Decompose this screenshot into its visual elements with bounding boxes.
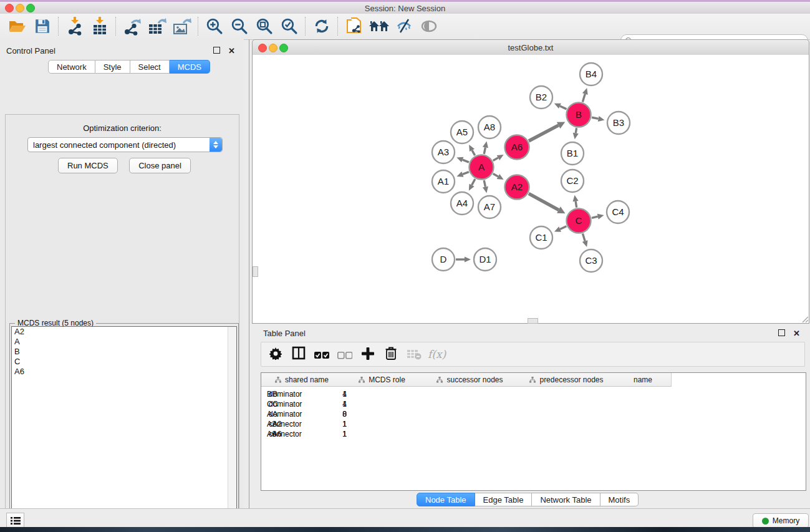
graph-edge-D-D1[interactable] bbox=[456, 256, 471, 262]
graph-node-A7[interactable]: A7 bbox=[478, 196, 501, 218]
tab-network-table[interactable]: Network Table bbox=[532, 493, 600, 506]
network-window-titlebar[interactable]: testGlobe.txt bbox=[252, 39, 809, 56]
graph-edge-A6-B[interactable] bbox=[529, 122, 565, 141]
mcds-result-item[interactable]: A bbox=[12, 337, 236, 347]
column-selector-icon[interactable] bbox=[289, 344, 308, 362]
export-network-icon[interactable] bbox=[120, 16, 145, 37]
graph-node-B3[interactable]: B3 bbox=[607, 112, 630, 134]
table-close-panel-icon[interactable]: ✕ bbox=[793, 329, 800, 338]
trash-icon[interactable] bbox=[382, 344, 400, 362]
table-cell[interactable]: B bbox=[261, 389, 317, 399]
mcds-result-list[interactable]: A2ABCA6 bbox=[11, 326, 237, 532]
graph-node-C[interactable]: C bbox=[567, 209, 591, 233]
memory-button[interactable]: Memory bbox=[753, 513, 809, 528]
graph-edge-C-C3[interactable] bbox=[582, 234, 588, 248]
close-panel-icon[interactable]: ✕ bbox=[228, 46, 235, 56]
graph-edge-A-A2[interactable] bbox=[493, 174, 504, 180]
resize-grip-icon[interactable] bbox=[801, 315, 808, 322]
zoom-selected-icon[interactable] bbox=[277, 16, 302, 37]
column-header-shared-name[interactable]: shared name bbox=[261, 373, 343, 387]
import-network-icon[interactable] bbox=[62, 16, 87, 37]
gear-icon[interactable] bbox=[266, 344, 285, 363]
graph-edge-A-A3[interactable] bbox=[456, 157, 469, 163]
hide-selected-icon[interactable] bbox=[392, 16, 417, 37]
zoom-in-icon[interactable] bbox=[202, 16, 227, 37]
mcds-list-scrollbar[interactable] bbox=[228, 327, 236, 532]
mcds-result-item[interactable]: C bbox=[12, 357, 236, 367]
zoom-fit-icon[interactable] bbox=[252, 16, 277, 37]
graph-node-B2[interactable]: B2 bbox=[530, 86, 552, 109]
node-table[interactable]: shared nameMCDS rolesuccessor nodesprede… bbox=[261, 372, 806, 491]
graph-edge-A-A1[interactable] bbox=[457, 172, 469, 177]
close-panel-button[interactable]: Close panel bbox=[129, 158, 191, 173]
graph-edge-B-B2[interactable] bbox=[554, 104, 567, 109]
graph-node-B4[interactable]: B4 bbox=[580, 63, 602, 85]
graph-edge-A-A4[interactable] bbox=[469, 179, 475, 191]
column-header-predecessor-nodes[interactable]: predecessor nodes bbox=[518, 373, 615, 387]
graph-edge-A2-C[interactable] bbox=[529, 193, 566, 213]
mcds-result-item[interactable]: A2 bbox=[12, 327, 236, 337]
add-icon[interactable] bbox=[359, 344, 377, 363]
first-neighbors-icon[interactable] bbox=[367, 16, 392, 37]
criterion-select[interactable]: largest connected component (directed) bbox=[27, 137, 223, 152]
graph-node-A2[interactable]: A2 bbox=[505, 175, 529, 200]
column-header-MCDS-role[interactable]: MCDS role bbox=[342, 373, 422, 387]
float-panel-icon[interactable] bbox=[213, 47, 220, 54]
graph-edge-A-A5[interactable] bbox=[469, 145, 475, 155]
graph-node-A3[interactable]: A3 bbox=[432, 141, 455, 163]
graph-edge-C-C1[interactable] bbox=[554, 226, 566, 232]
table-cell[interactable]: A bbox=[261, 409, 317, 419]
tab-select[interactable]: Select bbox=[130, 60, 170, 74]
graph-edge-A-A6[interactable] bbox=[493, 155, 504, 160]
import-table-icon[interactable] bbox=[87, 16, 112, 37]
graph-edge-C-C2[interactable] bbox=[573, 195, 579, 208]
mcds-result-item[interactable]: A6 bbox=[12, 367, 236, 377]
panel-divider[interactable] bbox=[249, 39, 249, 508]
table-cell[interactable]: C bbox=[261, 399, 317, 409]
graph-node-C2[interactable]: C2 bbox=[561, 170, 584, 192]
tab-style[interactable]: Style bbox=[95, 60, 130, 74]
tab-motifs[interactable]: Motifs bbox=[600, 493, 639, 506]
mcds-result-item[interactable]: B bbox=[12, 347, 236, 357]
graph-node-C1[interactable]: C1 bbox=[530, 226, 552, 249]
network-from-selection-icon[interactable] bbox=[342, 16, 367, 37]
tab-edge-table[interactable]: Edge Table bbox=[475, 493, 533, 506]
tab-network[interactable]: Network bbox=[48, 60, 95, 74]
table-cell[interactable]: A6 bbox=[261, 429, 317, 439]
table-cell[interactable]: A2 bbox=[261, 419, 317, 429]
horizontal-scroll-mark[interactable] bbox=[528, 318, 538, 324]
graph-node-A8[interactable]: A8 bbox=[478, 116, 501, 138]
show-hidden-icon[interactable] bbox=[417, 16, 441, 37]
vertical-scroll-mark[interactable] bbox=[253, 266, 258, 277]
column-header-successor-nodes[interactable]: successor nodes bbox=[422, 373, 519, 387]
tab-mcds[interactable]: MCDS bbox=[170, 60, 210, 74]
graph-node-A[interactable]: A bbox=[470, 155, 494, 180]
graph-node-C3[interactable]: C3 bbox=[580, 249, 602, 272]
graph-edge-B-B3[interactable] bbox=[592, 116, 604, 122]
refresh-icon[interactable] bbox=[309, 16, 334, 37]
save-icon[interactable] bbox=[30, 16, 55, 37]
graph-node-A4[interactable]: A4 bbox=[451, 192, 473, 215]
network-canvas[interactable]: AA1A2A3A4A5A6A7A8BB1B2B3B4CC1C2C3C4DD1 bbox=[252, 55, 809, 324]
export-table-icon[interactable] bbox=[145, 16, 170, 37]
run-mcds-button[interactable]: Run MCDS bbox=[58, 158, 118, 173]
graph-node-A1[interactable]: A1 bbox=[432, 170, 455, 193]
graph-node-D[interactable]: D bbox=[432, 248, 455, 271]
graph-node-C4[interactable]: C4 bbox=[607, 201, 629, 223]
export-image-icon[interactable] bbox=[170, 16, 195, 37]
table-float-panel-icon[interactable] bbox=[778, 329, 785, 336]
graph-node-B1[interactable]: B1 bbox=[561, 142, 584, 165]
graph-node-A5[interactable]: A5 bbox=[451, 121, 473, 143]
column-header-name[interactable]: name bbox=[615, 373, 672, 387]
tab-node-table[interactable]: Node Table bbox=[417, 493, 475, 506]
select-all-icon[interactable] bbox=[312, 346, 331, 365]
graph-edge-C-C4[interactable] bbox=[592, 214, 604, 220]
graph-edge-A-A8[interactable] bbox=[483, 142, 488, 154]
graph-edge-B-B1[interactable] bbox=[573, 128, 579, 139]
graph-node-B[interactable]: B bbox=[567, 103, 591, 127]
graph-edge-B-B4[interactable] bbox=[582, 88, 588, 102]
graph-node-A6[interactable]: A6 bbox=[505, 135, 529, 160]
zoom-out-icon[interactable] bbox=[227, 16, 252, 37]
graph-node-D1[interactable]: D1 bbox=[474, 248, 496, 271]
graph-edge-A-A7[interactable] bbox=[483, 180, 488, 193]
